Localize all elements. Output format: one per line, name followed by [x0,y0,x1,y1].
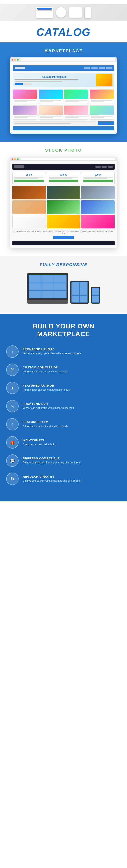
browser-toolbar [10,58,117,62]
screen-item [41,283,54,290]
mp-nav-item [99,67,105,69]
feature-text-block: WC WISHLIST Customer can set their wishl… [23,438,121,446]
stock-photo-item [81,200,115,214]
bubble-icon [10,458,15,464]
stock-price-row: $9.00 $19.00 $29.00 [12,172,115,184]
screen-item [41,275,54,282]
stock-photo-item [47,215,80,228]
tablet-screen [71,282,88,303]
laptop-body [27,273,68,300]
mp-product-card [13,105,37,120]
stock-photo-item [12,215,46,228]
screen-item [41,291,54,298]
feature-featured-author: FEATURED AUTHOR Administrator can set fe… [4,382,123,394]
mp-card-image [39,105,63,115]
mp-hero-title: Catalog Marketplace [15,75,94,78]
mp-product-card [39,90,63,104]
feature-text-block: BBPRESS COMPATIBLE Authors can discuss t… [23,457,121,464]
bubble-icon-circle [6,455,18,467]
star-outline-icon-circle [6,418,18,431]
mp-card-line [14,117,28,118]
star-icon [10,385,14,391]
mp-card-line [14,116,36,117]
screen-item [80,282,87,289]
feature-title: FRONTEND UPLOAD [23,348,121,351]
percent-icon-circle [6,364,18,376]
feature-title: CUSTOM COMMISSION [23,366,121,369]
mp-product-grid-1 [13,90,114,104]
price-line [14,178,38,179]
mp-cta-button[interactable] [97,121,114,125]
mp-product-card [64,105,88,120]
laptop-screen [29,275,67,299]
mp-card-line [65,100,87,101]
mp-hero-sub2 [15,81,62,82]
mp-card-line [65,116,87,117]
mp-product-card [64,90,88,104]
build-title: BUILD YOUR OWNMARKETPLACE [4,322,123,338]
stock-photo-item [12,200,46,214]
mp-hero-text: Catalog Marketplace [15,75,94,85]
header-section [0,0,127,23]
screen-item [92,288,99,291]
mp-card-line [14,100,36,101]
stock-price-card-1: $9.00 [12,172,45,184]
mp-product-grid-2 [13,105,114,120]
price-line [49,178,72,179]
mp-card-body [39,99,63,103]
mp-card-body [90,99,114,103]
responsive-section: FULLY RESPONSIVE [0,256,127,314]
buy-button[interactable] [49,180,78,182]
screen-item [92,299,99,303]
stock-footer-bar [12,241,115,245]
stock-content: $9.00 $19.00 $29.00 [10,161,117,248]
feature-featured-item: FEATURED ITEM Administrator can set feat… [4,418,123,431]
devices-container [4,271,123,306]
feature-title: FEATURED ITEM [23,421,121,424]
build-section: BUILD YOUR OWNMARKETPLACE FRONTEND UPLOA… [0,314,127,501]
stock-nav-item [102,166,107,167]
stock-cta-button[interactable] [53,236,74,239]
mp-card-image [64,90,88,99]
feature-desc: Vendor can easily upload item without se… [23,352,121,355]
price-line [84,178,107,179]
mp-nav-item [84,67,90,69]
mp-card-body [90,115,114,120]
stock-photo-item [81,186,115,199]
buy-button[interactable] [84,180,113,182]
header-top-image [0,4,127,21]
marketplace-label: MARKETPLACE [4,49,123,53]
star-outline-icon [10,422,14,427]
desk-phone-mockup [85,7,91,18]
upload-icon [11,349,13,354]
buy-button[interactable] [14,180,43,182]
tablet-device [70,281,89,304]
edit-icon-circle [6,400,18,412]
feature-title: FRONTEND EDIT [23,402,121,405]
mp-nav [84,67,112,69]
screen-item [72,296,79,302]
screen-item [92,296,99,299]
feature-title: FEATURED AUTHOR [23,384,121,387]
screen-item [54,291,66,298]
mp-logo [15,66,25,69]
stock-price-card-2: $19.00 [47,172,80,184]
feature-text-block: FRONTEND UPLOAD Vendor can easily upload… [23,348,121,355]
screen-item [54,275,66,282]
stock-nav-item [95,166,100,167]
stock-photo-grid [12,186,115,228]
edit-icon [11,403,14,409]
browser-dot-red [11,59,13,61]
feature-title: REGULAR UPDATES [23,475,121,478]
mp-card-body [39,115,63,120]
stock-logo [14,165,24,168]
mp-nav-item [91,67,97,69]
mp-product-card [13,90,37,104]
screen-item [54,283,66,290]
mp-card-image [13,105,37,115]
screen-item [92,292,99,295]
screen-item [72,289,79,296]
desk-mug-mockup [56,7,66,18]
feature-text-block: REGULAR UPDATES Catalog comes with regul… [23,475,121,483]
mp-card-body [13,99,37,103]
